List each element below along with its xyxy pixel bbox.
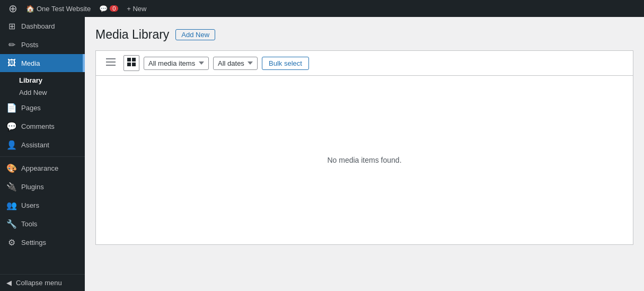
svg-rect-4 <box>132 58 136 61</box>
plugins-icon: 🔌 <box>6 182 17 192</box>
media-grid-area: No media items found. <box>95 75 633 245</box>
svg-rect-2 <box>106 65 116 66</box>
dashboard-icon: ⊞ <box>6 21 17 31</box>
sidebar-item-posts-label: Posts <box>21 41 39 49</box>
sidebar-item-tools-label: Tools <box>21 220 37 228</box>
collapse-menu-button[interactable]: ◀ Collapse menu <box>0 274 85 291</box>
add-new-sub-label: Add New <box>19 89 47 96</box>
sidebar-item-dashboard-label: Dashboard <box>21 22 55 30</box>
tools-icon: 🔧 <box>6 219 17 229</box>
svg-rect-5 <box>127 63 131 66</box>
sidebar-item-assistant-label: Assistant <box>21 141 49 149</box>
page-title: Media Library <box>95 28 169 42</box>
sidebar-item-media-label: Media <box>21 59 40 67</box>
library-sub-label: Library <box>19 76 42 84</box>
new-content-link[interactable]: + New <box>122 0 151 17</box>
comments-icon: 💬 <box>99 5 108 13</box>
sidebar-item-dashboard[interactable]: ⊞ Dashboard <box>0 17 85 36</box>
list-view-button[interactable] <box>102 56 119 70</box>
svg-rect-3 <box>127 58 131 61</box>
wp-logo-icon: ⊕ <box>8 2 17 15</box>
sidebar-item-assistant[interactable]: 👤 Assistant <box>0 136 85 154</box>
sidebar-sub-add-new[interactable]: Add New <box>0 86 85 99</box>
sidebar-item-appearance[interactable]: 🎨 Appearance <box>0 159 85 178</box>
sidebar: ⊞ Dashboard ✏ Posts 🖼 Media Library Add … <box>0 17 85 291</box>
sidebar-item-users[interactable]: 👥 Users <box>0 196 85 215</box>
sidebar-item-comments[interactable]: 💬 Comments <box>0 117 85 136</box>
add-new-button[interactable]: Add New <box>175 29 215 40</box>
pages-icon: 📄 <box>6 103 17 113</box>
home-icon: 🏠 <box>26 5 34 13</box>
admin-bar: ⊕ 🏠 One Test Website 💬 0 + New <box>0 0 644 17</box>
comments-link[interactable]: 💬 0 <box>95 0 122 17</box>
media-type-filter[interactable]: All media itemsImagesAudioVideoDocuments… <box>144 57 209 70</box>
settings-icon: ⚙ <box>6 237 17 248</box>
main-layout: ⊞ Dashboard ✏ Posts 🖼 Media Library Add … <box>0 17 644 291</box>
comments-badge: 0 <box>110 5 118 12</box>
date-filter[interactable]: All dates <box>213 57 258 70</box>
users-icon: 👥 <box>6 200 17 210</box>
posts-icon: ✏ <box>6 40 17 50</box>
no-media-message: No media items found. <box>327 156 401 164</box>
appearance-icon: 🎨 <box>6 163 17 173</box>
grid-view-icon <box>127 58 136 66</box>
new-label: + New <box>127 5 146 13</box>
sidebar-item-tools[interactable]: 🔧 Tools <box>0 215 85 233</box>
sidebar-item-settings-label: Settings <box>21 239 46 246</box>
grid-view-button[interactable] <box>123 55 139 71</box>
wp-logo-link[interactable]: ⊕ <box>4 0 22 17</box>
collapse-label: Collapse menu <box>16 279 62 287</box>
sidebar-item-comments-label: Comments <box>21 122 55 130</box>
page-header: Media Library Add New <box>95 28 633 42</box>
sidebar-bottom: ◀ Collapse menu <box>0 274 85 291</box>
sidebar-item-appearance-label: Appearance <box>21 164 58 172</box>
sidebar-item-posts[interactable]: ✏ Posts <box>0 36 85 54</box>
media-icon: 🖼 <box>6 58 17 68</box>
sidebar-item-pages[interactable]: 📄 Pages <box>0 99 85 117</box>
list-view-icon <box>106 58 116 66</box>
media-section-library: Library <box>0 72 85 86</box>
bulk-select-button[interactable]: Bulk select <box>262 57 309 70</box>
collapse-icon: ◀ <box>6 279 12 287</box>
svg-rect-6 <box>132 63 136 66</box>
content-area: Media Library Add New All media ite <box>85 17 644 291</box>
site-name: One Test Website <box>37 5 91 13</box>
sidebar-item-settings[interactable]: ⚙ Settings <box>0 233 85 252</box>
sidebar-item-pages-label: Pages <box>21 104 41 112</box>
sidebar-divider-1 <box>0 156 85 157</box>
comments-nav-icon: 💬 <box>6 121 17 131</box>
sidebar-item-media[interactable]: 🖼 Media <box>0 54 85 72</box>
assistant-icon: 👤 <box>6 140 17 150</box>
media-toolbar: All media itemsImagesAudioVideoDocuments… <box>95 50 633 75</box>
svg-rect-1 <box>106 61 116 63</box>
svg-rect-0 <box>106 58 116 59</box>
sidebar-item-users-label: Users <box>21 201 39 209</box>
site-name-link[interactable]: 🏠 One Test Website <box>22 0 95 17</box>
sidebar-item-plugins[interactable]: 🔌 Plugins <box>0 178 85 196</box>
sidebar-item-plugins-label: Plugins <box>21 183 44 191</box>
